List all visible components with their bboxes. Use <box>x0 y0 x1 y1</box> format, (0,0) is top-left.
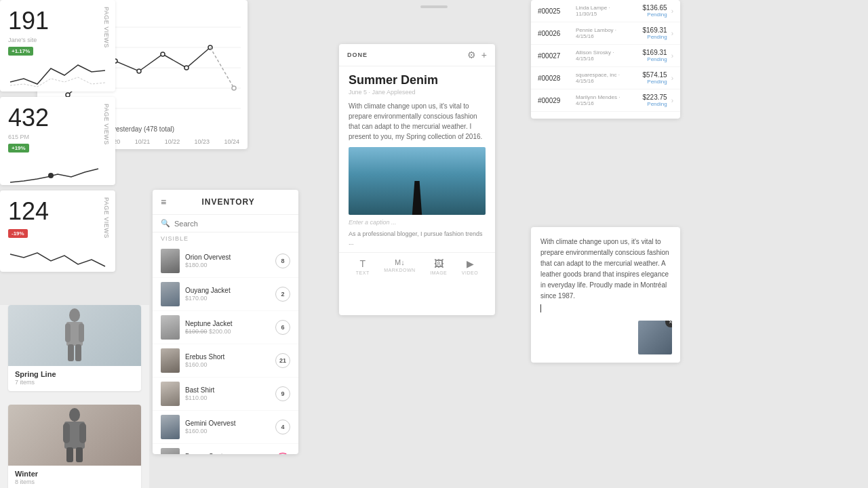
image-icon: 🖼 <box>434 258 443 269</box>
svg-point-24 <box>69 408 80 422</box>
settings-icon[interactable]: ⚙ <box>467 49 476 60</box>
orders-panel: #00025 Linda Lampe · 11/30/15 $136.65 Pe… <box>531 0 680 119</box>
inventory-title: INVENTORY <box>166 197 290 207</box>
item-count: 2 <box>275 287 290 302</box>
stat-badge-1: +1.17% <box>8 47 33 56</box>
inventory-header: ≡ INVENTORY <box>153 190 298 215</box>
stat-label-2: Page Views <box>103 104 110 145</box>
item-count: 6 <box>275 320 290 335</box>
list-item: Boreas Coat$160.00 0 <box>153 444 298 454</box>
svg-point-14 <box>184 66 189 70</box>
blog-toolbar: T TEXT M↓ MARKDOWN 🖼 IMAGE ▶ VIDEO <box>339 252 495 281</box>
article-panel: With climate change upon us, it's vital … <box>531 227 680 363</box>
svg-point-13 <box>161 52 165 56</box>
blog-tool-text[interactable]: T TEXT <box>356 258 370 275</box>
search-input[interactable] <box>174 220 290 228</box>
text-label: TEXT <box>356 270 370 275</box>
collection-card-1[interactable]: Spring Line 7 items <box>8 305 141 391</box>
collection-image-1 <box>8 305 141 366</box>
stat-label-3: Page Views <box>103 197 110 239</box>
svg-rect-23 <box>75 344 81 361</box>
collection-name-2: Winter <box>15 470 134 478</box>
inventory-search[interactable]: 🔍 <box>153 215 298 232</box>
blog-caption[interactable]: Enter a caption ... <box>339 219 495 230</box>
list-item: Gemini Overvest$160.00 4 <box>153 411 298 444</box>
visible-label: VISIBLE <box>153 232 298 245</box>
stat-card-2: 432 615 PM +19% Page Views <box>0 97 115 185</box>
order-row: #00027 Allison Sirosky · 4/15/16 $169.31… <box>531 45 680 67</box>
item-thumb <box>161 249 180 273</box>
scroll-bar <box>420 5 448 8</box>
stat-label-1: Page Views <box>103 7 110 48</box>
svg-rect-28 <box>66 447 73 462</box>
svg-point-16 <box>232 86 236 90</box>
order-row: #00025 Linda Lampe · 11/30/15 $136.65 Pe… <box>531 0 680 22</box>
search-icon: 🔍 <box>161 219 170 228</box>
svg-rect-27 <box>79 423 86 443</box>
blog-body: With climate change upon us, it's vital … <box>339 101 495 147</box>
blog-header: DONE ⚙ + <box>339 44 495 66</box>
item-count: 8 <box>275 253 290 268</box>
video-label: VIDEO <box>462 270 478 275</box>
stat-sub-2: 615 PM <box>8 134 49 140</box>
stat-card-3: 124 -19% Page Views <box>0 190 115 272</box>
chevron-right-icon: › <box>671 52 673 60</box>
collection-image-2 <box>8 405 141 466</box>
chevron-right-icon: › <box>671 30 673 37</box>
collections-panel: Spring Line 7 items Winter 8 items <box>0 305 149 488</box>
article-text: With climate change upon us, it's vital … <box>540 237 671 302</box>
markdown-icon: M↓ <box>395 258 405 266</box>
svg-rect-26 <box>63 423 70 443</box>
blog-panel: DONE ⚙ + Summer Denim June 5 · Jane Appl… <box>339 44 495 315</box>
blog-meta: June 5 · Jane Appleseed <box>339 89 495 101</box>
svg-rect-20 <box>65 323 71 342</box>
item-thumb <box>161 415 180 439</box>
svg-point-12 <box>137 69 141 73</box>
item-thumb <box>161 282 180 306</box>
item-thumb <box>161 315 180 340</box>
svg-rect-21 <box>79 323 84 342</box>
collection-count-1: 7 items <box>15 379 134 386</box>
svg-rect-22 <box>68 344 74 361</box>
stat-value-2: 432 <box>8 104 49 132</box>
item-thumb <box>161 382 180 406</box>
video-icon: ▶ <box>467 258 474 269</box>
item-count: 9 <box>275 386 290 401</box>
list-item: Neptune Jacket$100.00 $200.00 6 <box>153 311 298 344</box>
add-icon[interactable]: + <box>481 49 487 60</box>
text-cursor <box>540 304 541 312</box>
text-icon: T <box>359 258 366 269</box>
chevron-right-icon: › <box>671 97 673 104</box>
markdown-label: MARKDOWN <box>384 268 415 272</box>
blog-tool-markdown[interactable]: M↓ MARKDOWN <box>384 258 415 275</box>
order-row: #00026 Pennie Lamboy · 4/15/16 $169.31 P… <box>531 22 680 45</box>
chevron-right-icon: › <box>671 75 673 82</box>
list-item: Erebus Short$160.00 21 <box>153 344 298 378</box>
list-item: Orion Overvest$180.00 8 <box>153 245 298 278</box>
chevron-right-icon: › <box>671 7 673 15</box>
collection-count-2: 8 items <box>15 479 134 485</box>
stat-value-1: 191 <box>8 7 49 35</box>
collection-name-1: Spring Line <box>15 370 134 378</box>
article-thumbnail: × <box>638 321 672 354</box>
item-count: 4 <box>275 420 290 434</box>
svg-rect-29 <box>76 447 83 462</box>
stat-card-1: 191 Jane's site +1.17% Page Views <box>0 0 115 92</box>
svg-point-18 <box>69 308 80 322</box>
stats-left: 191 Jane's site +1.17% Page Views 432 61… <box>0 0 115 291</box>
stat-badge-2: +19% <box>8 144 29 152</box>
blog-tool-image[interactable]: 🖼 IMAGE <box>430 258 447 275</box>
hamburger-icon[interactable]: ≡ <box>161 197 166 207</box>
stat-sub-1: Jane's site <box>8 37 49 43</box>
image-label: IMAGE <box>430 270 447 275</box>
collection-card-2[interactable]: Winter 8 items <box>8 405 141 488</box>
blog-excerpt: As a professional blogger, I pursue fash… <box>339 230 495 252</box>
item-count: 0 <box>275 453 290 454</box>
list-item: Bast Shirt$110.00 9 <box>153 378 298 411</box>
inventory-panel: ≡ INVENTORY 🔍 VISIBLE Orion Overvest$180… <box>153 190 298 454</box>
stat-badge-3: -19% <box>8 229 28 238</box>
stat-value-3: 124 <box>8 197 49 226</box>
blog-tool-video[interactable]: ▶ VIDEO <box>462 258 478 275</box>
list-item: Ouyang Jacket$170.00 2 <box>153 278 298 311</box>
blog-status: DONE <box>347 52 368 58</box>
